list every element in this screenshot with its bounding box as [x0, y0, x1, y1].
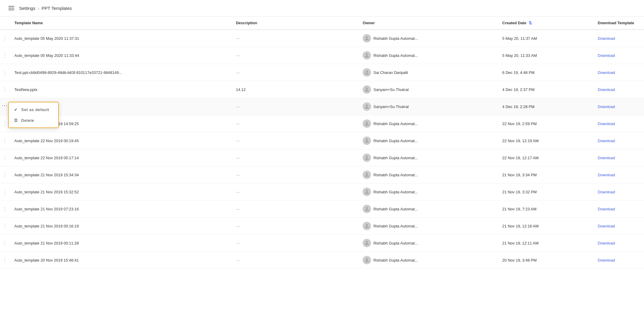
table-row: ⋮Auto_template 05 May 2020 11:37:31— Ris… [0, 30, 644, 47]
cell-download: Download [593, 149, 644, 166]
table-row: ⋮Test.ppt-cb8d0498-8929-48db-b63f-810117… [0, 64, 644, 81]
delete-label: Delete [21, 118, 34, 123]
download-button[interactable]: Download [598, 122, 615, 126]
row-menu-button[interactable]: ⋮ [2, 155, 8, 161]
avatar [363, 136, 371, 145]
context-menu-item-set-default[interactable]: ✓ Set as default [9, 104, 58, 115]
cell-download: Download [593, 132, 644, 149]
owner-cell: Sai Charan Daripalli [363, 68, 493, 77]
set-default-label: Set as default [21, 107, 49, 112]
table-row: ⋮Auto_template 21 Nov 2019 00:16:19— Ris… [0, 218, 644, 235]
download-button[interactable]: Download [598, 36, 615, 41]
context-menu: ✓ Set as default Delete [8, 102, 59, 128]
table-container: Template Name Description Owner Created … [0, 16, 644, 269]
cell-description: — [231, 98, 358, 115]
row-menu-button[interactable]: ⋮ [2, 86, 8, 92]
cell-owner: Rishabh Gupta Automat... [358, 166, 498, 183]
cell-owner: Rishabh Gupta Automat... [358, 201, 498, 218]
row-menu-button[interactable]: ⋮ [2, 257, 8, 263]
cell-owner: Rishabh Gupta Automat... [358, 183, 498, 201]
download-button[interactable]: Download [598, 224, 615, 228]
cell-download: Download [593, 47, 644, 64]
cell-description: — [231, 47, 358, 64]
row-menu-button[interactable]: ⋮ [2, 206, 8, 212]
download-button[interactable]: Download [598, 104, 615, 109]
breadcrumb-settings[interactable]: Settings [19, 6, 35, 11]
cell-template-name: Auto_template 21 Nov 2019 15:34:34 [10, 166, 231, 183]
download-button[interactable]: Download [598, 156, 615, 160]
cell-template-name: Auto_template 21 Nov 2019 07:23:16 [10, 201, 231, 218]
download-button[interactable]: Download [598, 139, 615, 143]
cell-created-date: 22 Nov 19, 12:19 AM [498, 132, 593, 149]
cell-download: Download [593, 235, 644, 252]
download-button[interactable]: Download [598, 258, 615, 262]
cell-owner: Sanyam+Su Thukral [358, 98, 498, 115]
table-row: ⋮ ✓ Set as default Delete — Sanyam+Su Th… [0, 98, 644, 115]
row-menu-button[interactable]: ⋮ [2, 35, 8, 41]
table-row: ⋮Auto_template 22 Nov 2019 14:59:25— Ris… [0, 115, 644, 132]
cell-description: 14.12 [231, 81, 358, 98]
owner-name: Rishabh Gupta Automat... [373, 139, 418, 143]
hamburger-menu[interactable] [7, 5, 16, 11]
cell-description: — [231, 30, 358, 47]
page-header: Settings › PPT Templates [0, 0, 644, 16]
cell-description: — [231, 235, 358, 252]
page-content: Template Name Description Owner Created … [0, 16, 644, 269]
download-button[interactable]: Download [598, 241, 615, 245]
row-menu-button[interactable]: ⋮ [2, 172, 8, 178]
cell-description: — [231, 218, 358, 235]
svg-point-4 [366, 104, 368, 107]
avatar [363, 34, 371, 42]
cell-template-name: Auto_template 05 May 2020 11:37:31 [10, 30, 231, 47]
owner-name: Rishabh Gupta Automat... [373, 207, 418, 211]
download-button[interactable]: Download [598, 173, 615, 177]
cell-description: — [231, 166, 358, 183]
row-menu-button[interactable]: ⋮ [2, 223, 8, 229]
table-row: ⋮Auto_template 22 Nov 2019 00:17:14— Ris… [0, 149, 644, 166]
avatar [363, 102, 371, 111]
table-row: ⋮Auto_template 21 Nov 2019 07:23:16— Ris… [0, 201, 644, 218]
svg-point-5 [366, 122, 368, 124]
cell-download: Download [593, 30, 644, 47]
avatar [363, 68, 371, 77]
download-button[interactable]: Download [598, 87, 615, 92]
download-button[interactable]: Download [598, 207, 615, 211]
owner-name: Sanyam+Su Thukral [373, 104, 409, 109]
svg-point-12 [366, 241, 368, 243]
cell-created-date: 6 Dec 19, 4:48 PM [498, 64, 593, 81]
download-button[interactable]: Download [598, 190, 615, 194]
svg-point-6 [366, 139, 368, 141]
cell-owner: Rishabh Gupta Automat... [358, 218, 498, 235]
col-header-description: Description [231, 16, 358, 30]
row-menu-button[interactable]: ⋮ [2, 121, 8, 127]
row-menu-button[interactable]: ⋮ [2, 69, 8, 75]
col-header-name: Template Name [10, 16, 231, 30]
col-header-created-date[interactable]: Created Date ⇅ [498, 16, 593, 30]
cell-owner: Rishabh Gupta Automat... [358, 235, 498, 252]
cell-description: — [231, 252, 358, 269]
row-menu-button[interactable]: ⋮ [2, 103, 7, 109]
svg-point-10 [366, 207, 368, 209]
row-menu-button[interactable]: ⋮ [2, 240, 8, 246]
cell-created-date: 22 Nov 19, 12:17 AM [498, 149, 593, 166]
row-menu-button[interactable]: ⋮ [2, 52, 8, 58]
avatar [363, 188, 371, 196]
cell-description: — [231, 149, 358, 166]
col-header-owner: Owner [358, 16, 498, 30]
owner-cell: Sanyam+Su Thukral [363, 85, 493, 94]
row-menu-button[interactable]: ⋮ [2, 138, 8, 144]
avatar [363, 51, 371, 60]
avatar [363, 256, 371, 264]
owner-name: Rishabh Gupta Automat... [373, 122, 418, 126]
table-row: ⋮Auto_template 21 Nov 2019 15:32:52— Ris… [0, 183, 644, 201]
row-menu-button[interactable]: ⋮ [2, 189, 8, 195]
download-button[interactable]: Download [598, 70, 615, 75]
cell-owner: Sai Charan Daripalli [358, 64, 498, 81]
context-menu-item-delete[interactable]: Delete [9, 115, 58, 126]
col-header-download: Download Template [593, 16, 644, 30]
svg-point-13 [366, 258, 368, 260]
context-menu-wrapper: ⋮ ✓ Set as default Delete [2, 103, 7, 109]
table-row: ⋮Auto_template 21 Nov 2019 15:34:34— Ris… [0, 166, 644, 183]
download-button[interactable]: Download [598, 53, 615, 58]
owner-cell: Rishabh Gupta Automat... [363, 119, 493, 128]
